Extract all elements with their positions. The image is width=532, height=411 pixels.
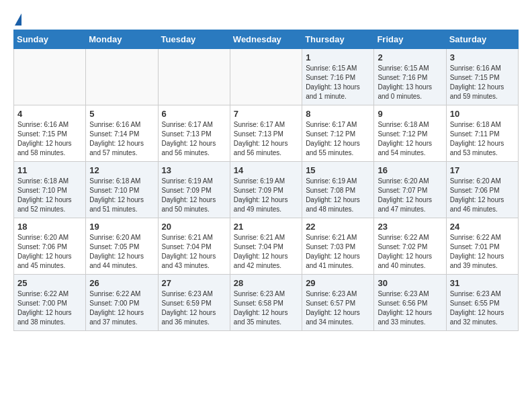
day-number: 4 — [17, 109, 82, 119]
day-number: 13 — [162, 165, 226, 175]
day-info: Sunrise: 6:22 AM Sunset: 7:00 PM Dayligh… — [17, 289, 82, 327]
calendar-cell: 11Sunrise: 6:18 AM Sunset: 7:10 PM Dayli… — [14, 162, 86, 218]
day-number: 29 — [306, 278, 370, 288]
calendar-cell: 21Sunrise: 6:21 AM Sunset: 7:04 PM Dayli… — [230, 218, 302, 275]
calendar-cell: 16Sunrise: 6:20 AM Sunset: 7:07 PM Dayli… — [374, 162, 446, 218]
day-info: Sunrise: 6:15 AM Sunset: 7:16 PM Dayligh… — [378, 64, 442, 101]
day-number: 15 — [306, 165, 370, 175]
calendar-cell: 7Sunrise: 6:17 AM Sunset: 7:13 PM Daylig… — [230, 105, 302, 162]
day-info: Sunrise: 6:23 AM Sunset: 6:58 PM Dayligh… — [234, 289, 298, 327]
calendar-week-row: 1Sunrise: 6:15 AM Sunset: 7:16 PM Daylig… — [14, 49, 519, 105]
calendar-cell: 30Sunrise: 6:23 AM Sunset: 6:56 PM Dayli… — [374, 275, 446, 331]
calendar-table: SundayMondayTuesdayWednesdayThursdayFrid… — [13, 30, 519, 331]
calendar-cell: 20Sunrise: 6:21 AM Sunset: 7:04 PM Dayli… — [158, 218, 230, 275]
day-number: 9 — [378, 109, 442, 119]
day-info: Sunrise: 6:20 AM Sunset: 7:05 PM Dayligh… — [89, 233, 154, 271]
calendar-week-row: 4Sunrise: 6:16 AM Sunset: 7:15 PM Daylig… — [14, 105, 519, 162]
day-info: Sunrise: 6:23 AM Sunset: 6:55 PM Dayligh… — [450, 289, 515, 327]
calendar-cell: 14Sunrise: 6:19 AM Sunset: 7:09 PM Dayli… — [230, 162, 302, 218]
day-info: Sunrise: 6:20 AM Sunset: 7:06 PM Dayligh… — [450, 177, 515, 214]
day-info: Sunrise: 6:19 AM Sunset: 7:08 PM Dayligh… — [306, 177, 370, 214]
day-number: 5 — [89, 109, 154, 119]
day-number: 12 — [89, 165, 154, 175]
day-info: Sunrise: 6:20 AM Sunset: 7:07 PM Dayligh… — [378, 177, 442, 214]
day-number: 10 — [450, 109, 515, 119]
calendar-cell: 17Sunrise: 6:20 AM Sunset: 7:06 PM Dayli… — [446, 162, 518, 218]
day-number: 14 — [234, 165, 298, 175]
day-info: Sunrise: 6:18 AM Sunset: 7:12 PM Dayligh… — [378, 120, 442, 158]
header — [13, 11, 519, 26]
day-number: 22 — [306, 222, 370, 232]
day-number: 19 — [89, 222, 154, 232]
day-info: Sunrise: 6:16 AM Sunset: 7:14 PM Dayligh… — [89, 120, 154, 158]
weekday-header-sunday: Sunday — [14, 30, 86, 49]
day-number: 25 — [17, 278, 82, 288]
day-number: 24 — [450, 222, 515, 232]
calendar-cell: 27Sunrise: 6:23 AM Sunset: 6:59 PM Dayli… — [158, 275, 230, 331]
weekday-header-saturday: Saturday — [446, 30, 518, 49]
calendar-cell: 4Sunrise: 6:16 AM Sunset: 7:15 PM Daylig… — [14, 105, 86, 162]
calendar-cell — [230, 49, 302, 105]
day-info: Sunrise: 6:16 AM Sunset: 7:15 PM Dayligh… — [17, 120, 82, 158]
weekday-header-monday: Monday — [86, 30, 158, 49]
weekday-header-friday: Friday — [374, 30, 446, 49]
calendar-cell: 5Sunrise: 6:16 AM Sunset: 7:14 PM Daylig… — [86, 105, 158, 162]
day-number: 8 — [306, 109, 370, 119]
calendar-cell: 8Sunrise: 6:17 AM Sunset: 7:12 PM Daylig… — [302, 105, 374, 162]
page: SundayMondayTuesdayWednesdayThursdayFrid… — [0, 0, 532, 342]
day-info: Sunrise: 6:21 AM Sunset: 7:04 PM Dayligh… — [162, 233, 226, 271]
day-number: 1 — [306, 52, 370, 62]
day-number: 3 — [450, 52, 515, 62]
logo — [13, 13, 21, 26]
day-info: Sunrise: 6:15 AM Sunset: 7:16 PM Dayligh… — [306, 64, 370, 101]
calendar-cell: 22Sunrise: 6:21 AM Sunset: 7:03 PM Dayli… — [302, 218, 374, 275]
calendar-cell: 23Sunrise: 6:22 AM Sunset: 7:02 PM Dayli… — [374, 218, 446, 275]
day-info: Sunrise: 6:23 AM Sunset: 6:56 PM Dayligh… — [378, 289, 442, 327]
logo-triangle-icon — [15, 13, 21, 26]
weekday-header-thursday: Thursday — [302, 30, 374, 49]
calendar-week-row: 11Sunrise: 6:18 AM Sunset: 7:10 PM Dayli… — [14, 162, 519, 218]
day-info: Sunrise: 6:18 AM Sunset: 7:10 PM Dayligh… — [17, 177, 82, 214]
day-number: 27 — [162, 278, 226, 288]
day-info: Sunrise: 6:19 AM Sunset: 7:09 PM Dayligh… — [162, 177, 226, 214]
day-info: Sunrise: 6:17 AM Sunset: 7:12 PM Dayligh… — [306, 120, 370, 158]
day-info: Sunrise: 6:21 AM Sunset: 7:04 PM Dayligh… — [234, 233, 298, 271]
day-number: 23 — [378, 222, 442, 232]
day-number: 11 — [17, 165, 82, 175]
weekday-header-tuesday: Tuesday — [158, 30, 230, 49]
day-info: Sunrise: 6:19 AM Sunset: 7:09 PM Dayligh… — [234, 177, 298, 214]
day-number: 28 — [234, 278, 298, 288]
calendar-week-row: 25Sunrise: 6:22 AM Sunset: 7:00 PM Dayli… — [14, 275, 519, 331]
day-number: 6 — [162, 109, 226, 119]
weekday-header-row: SundayMondayTuesdayWednesdayThursdayFrid… — [14, 30, 519, 49]
calendar-cell — [14, 49, 86, 105]
day-number: 7 — [234, 109, 298, 119]
calendar-week-row: 18Sunrise: 6:20 AM Sunset: 7:06 PM Dayli… — [14, 218, 519, 275]
calendar-cell: 10Sunrise: 6:18 AM Sunset: 7:11 PM Dayli… — [446, 105, 518, 162]
calendar-cell: 9Sunrise: 6:18 AM Sunset: 7:12 PM Daylig… — [374, 105, 446, 162]
day-info: Sunrise: 6:23 AM Sunset: 6:57 PM Dayligh… — [306, 289, 370, 327]
day-info: Sunrise: 6:17 AM Sunset: 7:13 PM Dayligh… — [162, 120, 226, 158]
calendar-cell: 3Sunrise: 6:16 AM Sunset: 7:15 PM Daylig… — [446, 49, 518, 105]
calendar-cell: 31Sunrise: 6:23 AM Sunset: 6:55 PM Dayli… — [446, 275, 518, 331]
calendar-cell: 12Sunrise: 6:18 AM Sunset: 7:10 PM Dayli… — [86, 162, 158, 218]
calendar-cell: 25Sunrise: 6:22 AM Sunset: 7:00 PM Dayli… — [14, 275, 86, 331]
day-number: 26 — [89, 278, 154, 288]
calendar-cell: 1Sunrise: 6:15 AM Sunset: 7:16 PM Daylig… — [302, 49, 374, 105]
day-info: Sunrise: 6:17 AM Sunset: 7:13 PM Dayligh… — [234, 120, 298, 158]
day-number: 30 — [378, 278, 442, 288]
day-number: 17 — [450, 165, 515, 175]
calendar-cell: 18Sunrise: 6:20 AM Sunset: 7:06 PM Dayli… — [14, 218, 86, 275]
calendar-cell: 6Sunrise: 6:17 AM Sunset: 7:13 PM Daylig… — [158, 105, 230, 162]
day-info: Sunrise: 6:20 AM Sunset: 7:06 PM Dayligh… — [17, 233, 82, 271]
day-number: 20 — [162, 222, 226, 232]
day-info: Sunrise: 6:23 AM Sunset: 6:59 PM Dayligh… — [162, 289, 226, 327]
day-info: Sunrise: 6:18 AM Sunset: 7:10 PM Dayligh… — [89, 177, 154, 214]
calendar-cell: 26Sunrise: 6:22 AM Sunset: 7:00 PM Dayli… — [86, 275, 158, 331]
calendar-cell: 13Sunrise: 6:19 AM Sunset: 7:09 PM Dayli… — [158, 162, 230, 218]
day-info: Sunrise: 6:22 AM Sunset: 7:01 PM Dayligh… — [450, 233, 515, 271]
day-number: 31 — [450, 278, 515, 288]
calendar-cell: 28Sunrise: 6:23 AM Sunset: 6:58 PM Dayli… — [230, 275, 302, 331]
day-info: Sunrise: 6:18 AM Sunset: 7:11 PM Dayligh… — [450, 120, 515, 158]
calendar-cell — [86, 49, 158, 105]
